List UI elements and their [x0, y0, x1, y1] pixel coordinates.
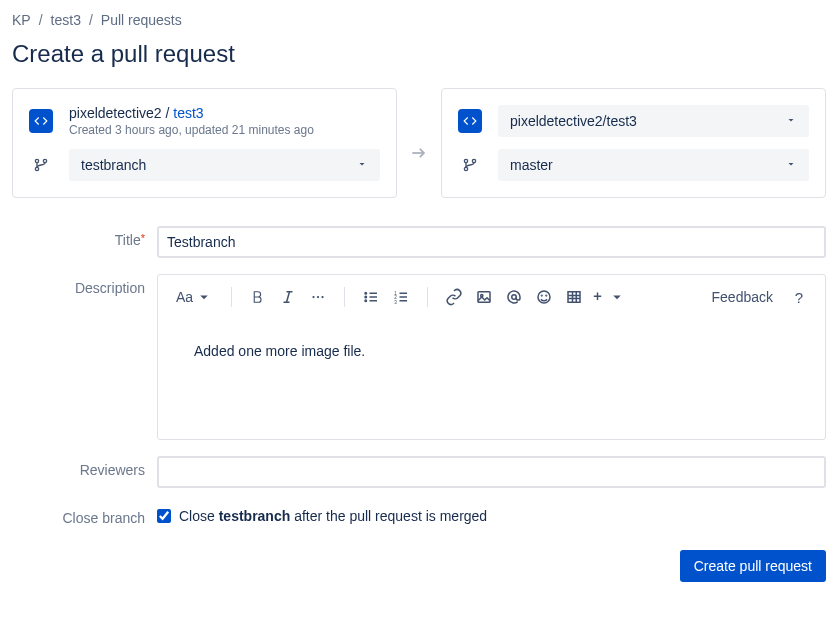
- svg-point-10: [313, 296, 315, 298]
- repo-icon: [458, 109, 482, 133]
- svg-point-13: [365, 293, 367, 295]
- image-button[interactable]: [470, 283, 498, 311]
- svg-point-6: [464, 167, 467, 170]
- svg-rect-31: [568, 292, 580, 303]
- svg-text:3: 3: [394, 300, 397, 305]
- reviewers-input[interactable]: [157, 456, 826, 488]
- svg-point-11: [317, 296, 319, 298]
- source-branch-select[interactable]: testbranch: [69, 149, 380, 181]
- breadcrumb-item-prs[interactable]: Pull requests: [101, 12, 182, 28]
- chevron-down-icon: [785, 113, 797, 129]
- source-owner: pixeldetective2: [69, 105, 162, 121]
- description-textarea[interactable]: Added one more image file.: [158, 319, 825, 439]
- close-branch-checkbox[interactable]: [157, 509, 171, 523]
- chevron-down-icon: [356, 157, 368, 173]
- dest-branch-select[interactable]: master: [498, 149, 809, 181]
- dest-repo-value: pixeldetective2/test3: [510, 113, 637, 129]
- source-meta: Created 3 hours ago, updated 21 minutes …: [69, 123, 380, 137]
- arrow-right-icon: [409, 123, 429, 163]
- chevron-down-icon: [785, 157, 797, 173]
- repo-icon: [29, 109, 53, 133]
- link-button[interactable]: [440, 283, 468, 311]
- svg-point-0: [35, 159, 38, 162]
- feedback-button[interactable]: Feedback: [704, 289, 781, 305]
- svg-point-1: [43, 159, 46, 162]
- source-card: pixeldetective2 / test3 Created 3 hours …: [12, 88, 397, 198]
- description-label: Description: [12, 274, 157, 296]
- title-input[interactable]: [157, 226, 826, 258]
- more-formatting-button[interactable]: [304, 283, 332, 311]
- svg-point-4: [464, 159, 467, 162]
- breadcrumb-sep: /: [39, 12, 43, 28]
- source-branch-value: testbranch: [81, 157, 146, 173]
- branch-icon: [458, 153, 482, 177]
- page-title: Create a pull request: [12, 40, 826, 68]
- breadcrumb-sep: /: [89, 12, 93, 28]
- svg-point-30: [546, 295, 547, 296]
- number-list-button[interactable]: 123: [387, 283, 415, 311]
- reviewers-label: Reviewers: [12, 456, 157, 478]
- breadcrumb-item-kp[interactable]: KP: [12, 12, 31, 28]
- close-branch-text: Close testbranch after the pull request …: [179, 508, 487, 524]
- svg-point-15: [365, 300, 367, 302]
- svg-point-12: [322, 296, 324, 298]
- source-repo-link[interactable]: test3: [173, 105, 203, 121]
- source-repo-path: pixeldetective2 / test3: [69, 105, 380, 121]
- title-label: Title*: [12, 226, 157, 248]
- bullet-list-button[interactable]: [357, 283, 385, 311]
- svg-point-5: [472, 159, 475, 162]
- dest-branch-value: master: [510, 157, 553, 173]
- svg-point-14: [365, 296, 367, 298]
- dest-repo-select[interactable]: pixeldetective2/test3: [498, 105, 809, 137]
- compare-row: pixeldetective2 / test3 Created 3 hours …: [12, 88, 826, 198]
- table-button[interactable]: [560, 283, 588, 311]
- breadcrumb: KP / test3 / Pull requests: [12, 12, 826, 28]
- create-pr-button[interactable]: Create pull request: [680, 550, 826, 582]
- help-button[interactable]: ?: [785, 289, 813, 306]
- dest-card: pixeldetective2/test3 master: [441, 88, 826, 198]
- text-style-button[interactable]: Aa: [170, 283, 219, 311]
- italic-button[interactable]: [274, 283, 302, 311]
- svg-point-2: [35, 167, 38, 170]
- bold-button[interactable]: [244, 283, 272, 311]
- close-branch-label: Close branch: [12, 504, 157, 526]
- emoji-button[interactable]: [530, 283, 558, 311]
- editor-toolbar: Aa 123: [158, 275, 825, 319]
- mention-button[interactable]: [500, 283, 528, 311]
- svg-line-9: [287, 292, 290, 303]
- insert-more-button[interactable]: [590, 283, 626, 311]
- svg-point-29: [542, 295, 543, 296]
- branch-icon: [29, 153, 53, 177]
- svg-rect-25: [478, 292, 490, 303]
- breadcrumb-item-repo[interactable]: test3: [51, 12, 81, 28]
- description-editor: Aa 123: [157, 274, 826, 440]
